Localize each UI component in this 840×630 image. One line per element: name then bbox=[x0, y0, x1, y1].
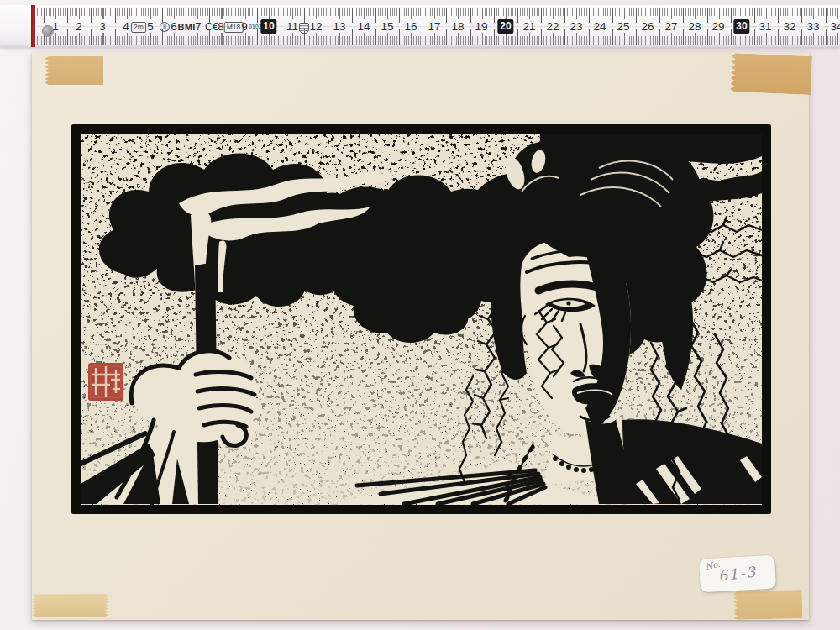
ruler-mark-9: 9 bbox=[241, 17, 248, 37]
ruler-mark-BMI: BMI bbox=[177, 17, 195, 37]
ruler-mark-24: 24 bbox=[593, 17, 606, 37]
masking-tape-bottom-left bbox=[32, 594, 109, 617]
ruler-mark-15: 15 bbox=[381, 17, 393, 37]
ruler-scale-marks: 12342m5II6BMI7C€8M1890102101112131415161… bbox=[0, 17, 840, 37]
ruler-mark-21: 21 bbox=[522, 17, 535, 37]
ruler-mark-C€: C€ bbox=[205, 17, 218, 37]
ruler-mark-1: 1 bbox=[52, 17, 59, 37]
ruler-mark-14: 14 bbox=[357, 17, 370, 37]
ruler-mark-18: 18 bbox=[451, 17, 464, 37]
inventory-label: No. 61-3 bbox=[699, 555, 776, 593]
art-paper-sheet: No. 61-3 bbox=[32, 52, 809, 620]
ruler-mark-32: 32 bbox=[783, 17, 795, 37]
ruler-mark-29: 29 bbox=[711, 17, 724, 37]
ruler-mark-34: 34 bbox=[830, 17, 840, 37]
ruler-mark-7: 7 bbox=[195, 17, 202, 37]
label-number: 61-3 bbox=[717, 563, 758, 584]
ruler-mark-25: 25 bbox=[617, 17, 629, 37]
red-seal bbox=[88, 363, 123, 401]
ruler-mark-11: 11 bbox=[286, 17, 298, 37]
folding-ruler: 12342m5II6BMI7C€8M1890102101112131415161… bbox=[0, 5, 840, 47]
ruler-mark-8: 8 bbox=[218, 17, 224, 37]
ruler-mark-4: 4 bbox=[123, 17, 129, 37]
maker-logo-icon bbox=[299, 23, 309, 34]
ruler-mark-23: 23 bbox=[570, 17, 582, 37]
photo-background: 12342m5II6BMI7C€8M1890102101112131415161… bbox=[0, 0, 840, 630]
ruler-mark-30: 30 bbox=[733, 19, 749, 34]
ruler-mark-22: 22 bbox=[546, 17, 559, 37]
ruler-mark-13: 13 bbox=[333, 17, 345, 37]
ruler-mark-33: 33 bbox=[806, 17, 819, 37]
ruler-mark-16: 16 bbox=[404, 17, 417, 37]
ruler-mark-II: II bbox=[160, 22, 170, 32]
masking-tape-bottom-right bbox=[733, 590, 803, 620]
ruler-mark-10: 10 bbox=[260, 19, 276, 34]
ruler-mark-17: 17 bbox=[428, 17, 440, 37]
ruler-mark-2m: 2m bbox=[131, 22, 146, 33]
seal-glyph bbox=[92, 366, 120, 397]
ruler-mark-27: 27 bbox=[664, 17, 677, 37]
masking-tape-top-left bbox=[45, 56, 103, 85]
ruler-mark-26: 26 bbox=[641, 17, 654, 37]
artwork-print bbox=[71, 124, 771, 514]
artwork-svg bbox=[71, 124, 771, 514]
ruler-mark-19: 19 bbox=[475, 17, 487, 37]
ruler-mark-2: 2 bbox=[76, 17, 82, 37]
ruler-mark-20: 20 bbox=[497, 19, 513, 34]
ruler-mark-31: 31 bbox=[759, 17, 771, 37]
ruler-mark-M18: M18 bbox=[224, 22, 244, 33]
artwork-interior bbox=[81, 134, 762, 505]
ruler-mark-12: 12 bbox=[309, 17, 322, 37]
ruler-mark-3: 3 bbox=[99, 17, 106, 37]
ruler-mark-6: 6 bbox=[171, 17, 177, 37]
ruler-mark-5: 5 bbox=[147, 17, 154, 37]
ruler-mark-28: 28 bbox=[688, 17, 701, 37]
masking-tape-top-right bbox=[730, 53, 812, 95]
